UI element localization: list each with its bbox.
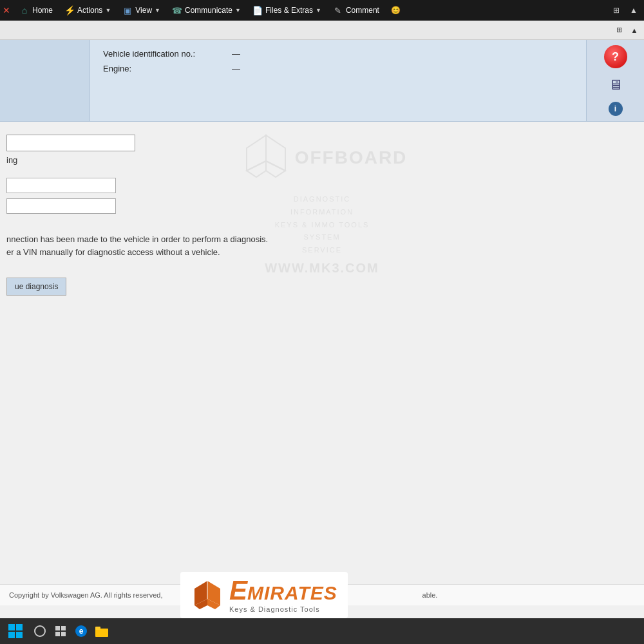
svg-rect-18	[61, 632, 66, 636]
smile-icon: 😊	[391, 6, 401, 15]
actions-arrow: ▼	[105, 7, 111, 14]
taskbar: e	[0, 618, 644, 644]
vin-input[interactable]	[6, 135, 135, 151]
communicate-label: Communicate	[185, 6, 232, 15]
svg-rect-22	[95, 627, 100, 630]
info-actions-panel: ? 🖥 i	[586, 40, 644, 121]
view-menu-item[interactable]: ▣ View ▼	[117, 3, 166, 18]
emirates-brand: E MIRATES Keys & Diagnostic Tools	[180, 572, 348, 618]
files-menu-item[interactable]: 📄 Files & Extras ▼	[247, 3, 327, 18]
communicate-arrow: ▼	[235, 7, 241, 14]
emirates-logo-row: E MIRATES Keys & Diagnostic Tools	[191, 577, 337, 613]
info-content: Vehicle identification no.: — Engine: —	[90, 40, 586, 121]
comment-label: Comment	[346, 6, 379, 15]
engine-row: Engine: —	[103, 64, 573, 73]
circle-icon	[33, 625, 46, 638]
grid-view-button[interactable]: ⊞	[612, 23, 626, 37]
vin-row: Vehicle identification no.: —	[103, 49, 573, 59]
message-section: nnection has been made to the vehicle in…	[6, 233, 328, 258]
comment-menu-item[interactable]: ✎ Comment	[328, 3, 384, 18]
left-panel	[0, 40, 90, 121]
taskbar-search-icon[interactable]	[31, 622, 49, 640]
home-menu-item[interactable]: ⌂ Home	[14, 3, 58, 18]
title-bar: ✕ ⌂ Home ⚡ Actions ▼ ▣ View ▼ ☎ Communic…	[0, 0, 644, 21]
emirates-tagline: Keys & Diagnostic Tools	[229, 605, 337, 613]
emirates-book-icon	[191, 578, 224, 612]
taskbar-start-button[interactable]	[3, 621, 28, 641]
main-content: ing nnection has been made to the vehicl…	[0, 122, 644, 302]
files-icon: 📄	[252, 5, 263, 15]
field-input-2[interactable]	[6, 198, 116, 214]
svg-rect-15	[55, 626, 60, 630]
vin-label: Vehicle identification no.:	[103, 49, 232, 59]
field-row-1	[6, 178, 638, 193]
view-arrow: ▼	[155, 7, 160, 14]
actions-label: Actions	[77, 6, 102, 15]
actions-menu-item[interactable]: ⚡ Actions ▼	[59, 3, 116, 18]
windows-logo	[8, 623, 23, 639]
emirates-brand-name: MIRATES	[247, 582, 337, 604]
home-icon: ⌂	[19, 5, 30, 15]
smile-item: 😊	[386, 3, 406, 17]
communicate-menu-item[interactable]: ☎ Communicate ▼	[167, 3, 246, 18]
grid-icon	[54, 625, 67, 638]
network-icon: 🖥	[604, 73, 627, 97]
message-text-1: nnection has been made to the vehicle in…	[6, 233, 328, 246]
svg-rect-11	[16, 624, 23, 630]
svg-text:e: e	[79, 627, 84, 636]
help-icon[interactable]: ?	[604, 45, 627, 68]
engine-label: Engine:	[103, 64, 232, 73]
view-icon: ▣	[122, 5, 133, 15]
files-arrow: ▼	[316, 7, 321, 14]
taskbar-edge-icon[interactable]: e	[72, 622, 90, 640]
message-text-2: er a VIN manually for diagnostic access …	[6, 246, 328, 259]
toolbar-right: ⊞ ▲	[612, 23, 641, 37]
communicate-icon: ☎	[172, 5, 182, 15]
comment-icon: ✎	[333, 5, 343, 15]
taskbar-folder-icon[interactable]	[93, 622, 111, 640]
view-label: View	[135, 6, 152, 15]
window-controls: ⊞ ▲	[609, 5, 641, 16]
info-button[interactable]: i	[609, 102, 623, 116]
field-input-1[interactable]	[6, 178, 116, 193]
restore-button[interactable]: ⊞	[609, 5, 623, 16]
taskbar-task-view-icon[interactable]	[52, 622, 70, 640]
vin-section: ing	[6, 135, 638, 165]
files-label: Files & Extras	[265, 6, 313, 15]
continue-diagnosis-button[interactable]: ue diagnosis	[6, 278, 66, 296]
engine-value: —	[232, 64, 240, 73]
field-section	[6, 178, 638, 214]
home-label: Home	[32, 6, 53, 15]
folder-icon	[95, 624, 109, 638]
edge-icon: e	[74, 624, 88, 638]
vin-value: —	[232, 49, 240, 59]
minimize-button[interactable]: ▲	[626, 5, 641, 16]
emirates-e-letter: E	[229, 577, 247, 604]
emirates-text-group: E MIRATES Keys & Diagnostic Tools	[229, 577, 337, 613]
loading-text: ing	[6, 155, 638, 165]
svg-rect-10	[8, 624, 15, 630]
svg-rect-13	[16, 632, 23, 638]
svg-rect-12	[8, 632, 15, 638]
collapse-button[interactable]: ▲	[627, 23, 641, 37]
toolbar-row: ⊞ ▲	[0, 21, 644, 40]
svg-rect-17	[55, 632, 60, 636]
field-row-2	[6, 198, 638, 214]
svg-rect-16	[61, 626, 66, 630]
close-button[interactable]: ✕	[3, 5, 10, 15]
lightning-icon: ⚡	[64, 5, 75, 15]
vehicle-info-header: Vehicle identification no.: — Engine: — …	[0, 40, 644, 122]
svg-point-14	[35, 626, 45, 636]
